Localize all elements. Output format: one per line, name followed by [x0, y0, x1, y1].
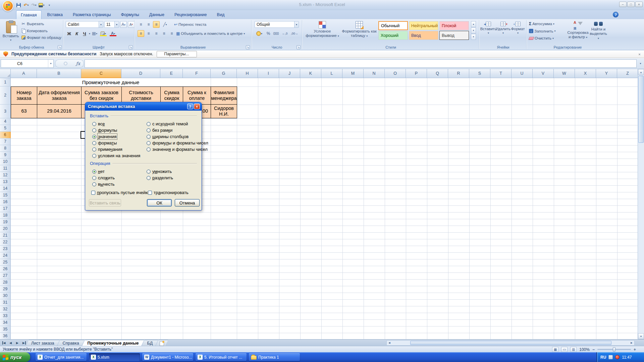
dialog-close-button[interactable]: ×: [194, 104, 200, 109]
zoom-slider-thumb[interactable]: [613, 347, 615, 352]
dialog-help-button[interactable]: ?: [187, 104, 193, 109]
paste-option-с-исходной-темой[interactable]: с исходной темой: [147, 121, 208, 127]
office-button[interactable]: [2, 0, 13, 11]
align-right-button[interactable]: ≡: [153, 30, 160, 37]
align-left-button[interactable]: ≡: [138, 30, 144, 37]
last-sheet-icon[interactable]: ▶: [21, 340, 27, 345]
align-top-button[interactable]: ≡: [138, 21, 144, 28]
task-5.xlsm[interactable]: X5.xlsm: [89, 353, 140, 361]
clear-button[interactable]: Очистить ▾: [529, 36, 554, 40]
style-Плохой[interactable]: Плохой: [439, 21, 469, 30]
task-Практика-1[interactable]: Практика 1: [249, 353, 300, 361]
table-title-cell[interactable]: Промежуточные данные: [11, 78, 211, 86]
operation-option-вычесть[interactable]: вычесть: [92, 181, 115, 187]
column-header-P[interactable]: P: [406, 69, 427, 78]
task-Отчет_для-занятия...[interactable]: XОтчет_для занятия...: [36, 353, 87, 361]
sheet-tab-Справка[interactable]: Справка: [57, 340, 85, 346]
select-all-corner[interactable]: ◢: [0, 69, 11, 78]
format-as-table-button[interactable]: Форматировать как таблицу ▾: [341, 20, 377, 44]
zoom-level[interactable]: 100%: [579, 347, 590, 352]
column-header-S[interactable]: S: [469, 69, 490, 78]
vertical-scrollbar[interactable]: ▴ ▾: [638, 69, 644, 339]
column-header-Z[interactable]: Z: [617, 69, 638, 78]
table-header-cell[interactable]: Дата оформления заказа: [37, 86, 81, 105]
column-header-A[interactable]: A: [11, 69, 37, 78]
percent-style-button[interactable]: %: [265, 30, 272, 37]
sort-filter-button[interactable]: АЯ Сортировкаи фильтр ▾: [567, 20, 589, 44]
italic-button[interactable]: К: [73, 30, 80, 37]
borders-button[interactable]: ⊞▾: [91, 30, 98, 37]
zoom-in-icon[interactable]: +: [634, 347, 636, 352]
tray-icon-1[interactable]: [608, 355, 613, 359]
wrap-text-button[interactable]: ↩ Перенос текста: [174, 22, 206, 27]
shrink-font-button[interactable]: А▾: [128, 21, 135, 28]
find-select-button[interactable]: Найти ивыделить ▾: [589, 20, 607, 44]
customize-qat-button[interactable]: ▾: [46, 2, 52, 8]
column-header-I[interactable]: I: [258, 69, 279, 78]
fill-color-button[interactable]: ▾: [99, 30, 108, 37]
formula-bar-expand-icon[interactable]: ▾: [638, 60, 643, 67]
security-bar-close-icon[interactable]: ×: [637, 52, 642, 57]
operation-option-умножить[interactable]: умножить: [147, 168, 173, 175]
tab-Вставка[interactable]: Вставка: [43, 10, 67, 19]
security-options-button[interactable]: Параметры...: [157, 51, 197, 57]
minimize-button[interactable]: −: [619, 2, 627, 7]
tab-Данные[interactable]: Данные: [145, 10, 169, 19]
name-box[interactable]: C6▾: [1, 59, 54, 68]
redo-button[interactable]: ↷▾: [31, 2, 37, 8]
insert-function-button[interactable]: ƒx: [55, 59, 84, 68]
alignment-dialog-launcher-icon[interactable]: ↘: [246, 45, 250, 49]
align-bottom-button[interactable]: ≡: [153, 21, 160, 28]
tab-Формулы[interactable]: Формулы: [116, 10, 143, 19]
gallery-down-icon[interactable]: ▾: [471, 27, 476, 34]
sheet-tab-БД[interactable]: БД: [142, 340, 158, 346]
view-normal-button[interactable]: ▦: [552, 347, 558, 352]
style-Вывод[interactable]: Вывод: [439, 31, 469, 40]
operation-option-разделить[interactable]: разделить: [147, 175, 173, 181]
table-data-cell-A3[interactable]: 63: [11, 105, 37, 118]
column-header-B[interactable]: B: [37, 69, 81, 78]
style-Хороший[interactable]: Хороший: [378, 31, 408, 40]
font-family-combo[interactable]: Calibri▾: [66, 21, 103, 28]
checkbox-пропускать-пустые-ячейки[interactable]: пропускать пустые ячейки: [91, 190, 150, 195]
task-5.-Итоговый-отчет-...[interactable]: X5. Итоговый отчет ...: [196, 353, 247, 361]
zoom-out-icon[interactable]: −: [592, 347, 595, 352]
column-header-H[interactable]: H: [237, 69, 258, 78]
column-header-F[interactable]: F: [183, 69, 211, 78]
format-painter-button[interactable]: Формат по образцу: [21, 36, 61, 40]
bold-button[interactable]: Ж: [66, 30, 72, 37]
column-header-D[interactable]: D: [121, 69, 160, 78]
cut-button[interactable]: ✂ Вырезать: [21, 21, 44, 26]
column-header-X[interactable]: X: [575, 69, 596, 78]
column-header-O[interactable]: O: [385, 69, 406, 78]
sheet-tab-Лист-заказа[interactable]: Лист заказа: [26, 340, 60, 346]
paste-option-формулы-и-форматы-чисел[interactable]: формулы и форматы чисел: [147, 140, 208, 146]
orientation-button[interactable]: ╱▾: [161, 21, 169, 28]
scroll-down-icon[interactable]: ▾: [638, 333, 644, 339]
view-page-layout-button[interactable]: ▭: [561, 347, 568, 352]
font-color-button[interactable]: А▾: [109, 30, 117, 37]
tab-Разметка страницы[interactable]: Разметка страницы: [68, 10, 115, 19]
underline-button[interactable]: Ч: [81, 30, 88, 37]
conditional-formatting-button[interactable]: Условное форматирование ▾: [305, 20, 340, 44]
column-header-R[interactable]: R: [448, 69, 469, 78]
scroll-left-icon[interactable]: ◀: [387, 341, 392, 345]
column-header-W[interactable]: W: [554, 69, 575, 78]
font-size-combo[interactable]: 11▾: [104, 21, 119, 28]
paste-link-button[interactable]: Вставить связь: [89, 199, 121, 206]
clipboard-dialog-launcher-icon[interactable]: ↘: [58, 45, 62, 49]
column-header-Q[interactable]: Q: [427, 69, 448, 78]
paste-option-примечания[interactable]: примечания: [92, 146, 140, 153]
maximize-button[interactable]: □: [627, 2, 635, 7]
column-header-G[interactable]: G: [211, 69, 237, 78]
paste-option-условия-на-значения[interactable]: условия на значения: [92, 153, 140, 159]
start-button[interactable]: пуск: [0, 352, 30, 362]
gallery-more-icon[interactable]: ▾: [471, 34, 476, 40]
paste-button[interactable]: Вставить ▾: [3, 20, 19, 44]
tab-Главная[interactable]: Главная: [16, 10, 42, 19]
delete-cells-button[interactable]: × Удалить ▾: [496, 20, 510, 43]
previous-sheet-icon[interactable]: ◀: [8, 340, 13, 345]
merge-center-button[interactable]: ▦ Объединить и поместить в центре ▾: [176, 31, 245, 36]
column-header-M[interactable]: M: [342, 69, 364, 78]
gallery-up-icon[interactable]: ▴: [471, 21, 476, 27]
